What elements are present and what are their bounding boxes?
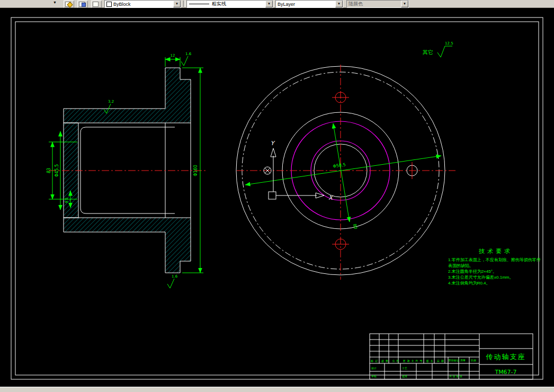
dim-bore-depth: 83 [47, 168, 51, 173]
lineweight-control-value: ByLayer [276, 2, 335, 7]
drawing-number: TM67-7 [494, 369, 516, 376]
sheet-icon [93, 2, 99, 7]
ucs-y-label: Y [271, 140, 275, 147]
plotstyle-dropdown-arrow-icon[interactable]: ▼ [401, 1, 408, 7]
properties-toolbar: ▼ ByBlock ▼ 粗实线 ▼ ByLayer ▼ 随颜色 [0, 0, 554, 8]
linetype-sample-icon [189, 4, 209, 4]
drawing-frame [11, 17, 543, 379]
linetype-control-value: 粗实线 [210, 1, 265, 7]
cad-application-window: Φ160 83 Φ45.5 9.5 12 1.6 [0, 0, 554, 392]
dim-bore-diameter: Φ45.5 [55, 164, 59, 177]
tech-req-item-4: 4.未注倒角均为R0.4。 [448, 280, 543, 286]
roughness-top: 1.6 [185, 52, 192, 56]
plotstyle-control-value: 随颜色 [347, 1, 401, 7]
plotstyle-control-dropdown[interactable]: 随颜色 ▼ [346, 0, 409, 8]
lineweight-dropdown-arrow-icon[interactable]: ▼ [335, 1, 343, 7]
title-block-sheet-label: 共 张 第 张 [449, 375, 462, 378]
title-block-rev-header: 标记 处数 分区 更改文件号 签名 日期 [370, 359, 444, 363]
roughness-bottom: 1.6 [172, 274, 178, 279]
part-name: 传动轴支座 [486, 353, 526, 361]
roughness-note-value: 12.5 [445, 41, 453, 46]
linetype-control-dropdown[interactable]: 粗实线 ▼ [186, 0, 273, 8]
lineweight-control-dropdown[interactable]: ByLayer ▼ [275, 0, 343, 8]
color-dropdown-arrow-icon[interactable]: ▼ [173, 1, 181, 7]
tech-req-item-3: 3.未注公差尺寸允许偏差±0.1mm。 [448, 274, 543, 280]
make-layer-current-button[interactable] [64, 1, 74, 8]
technical-requirements: 技术要求 1.零件加工表面上，不应有划痕、擦伤等损伤零件表面的缺陷。 2.未注圆… [448, 247, 543, 286]
front-view: Φ58.5 80 Y X [236, 65, 455, 280]
roughness-note: 其它 12.5 [423, 41, 453, 57]
dim-step: 9.5 [65, 197, 69, 203]
toolbar-separator [183, 1, 185, 7]
title-block-check: 工艺 [402, 367, 407, 370]
roughness-note-label: 其它 [423, 49, 433, 55]
drawing-canvas[interactable]: Φ160 83 Φ45.5 9.5 12 1.6 [0, 0, 554, 392]
title-block-stage-label: 阶段标记 [449, 359, 459, 362]
color-control-dropdown[interactable]: ByBlock ▼ [104, 0, 181, 8]
dim-width: 12 [171, 54, 175, 58]
linetype-dropdown-arrow-icon[interactable]: ▼ [265, 1, 273, 7]
layer-states-button[interactable] [77, 1, 88, 8]
status-bar [0, 387, 554, 392]
color-control-value: ByBlock [112, 2, 173, 7]
tech-req-item-2: 2.未注圆角半径为2×45°。 [448, 269, 543, 274]
dim-flange-diameter: Φ160 [193, 165, 198, 176]
tech-req-item-1: 1.零件加工表面上，不应有划痕、擦伤等损伤零件表面的缺陷。 [448, 257, 543, 269]
dim-diagonal: Φ58.5 [333, 162, 346, 168]
dim-bolt-circle: 80 [352, 224, 358, 230]
title-block-design: 设计 [371, 367, 377, 370]
title-block-weight-label: 质量 [460, 359, 466, 362]
color-swatch-icon [106, 2, 112, 7]
section-view: Φ160 83 Φ45.5 9.5 12 1.6 [47, 52, 208, 288]
title-block: 标记 处数 分区 更改文件号 签名 日期 设计 工艺 审核 批准 阶段标记 质量… [370, 334, 533, 379]
roughness-tube: 3.2 [108, 100, 114, 104]
title-block-scale-label: 比例 [471, 359, 476, 362]
toolbar-overflow-arrow[interactable]: ▼ [53, 1, 57, 4]
title-block-audit: 审核 [371, 375, 377, 378]
blue-square-icon [82, 3, 86, 7]
ucs-x-label: X [328, 194, 334, 201]
title-block-approve: 批准 [402, 375, 407, 378]
section-upper-hatch [64, 68, 191, 123]
layer-properties-button[interactable] [91, 1, 102, 8]
section-lower-hatch [64, 218, 191, 273]
technical-requirements-title: 技术要求 [448, 247, 543, 255]
